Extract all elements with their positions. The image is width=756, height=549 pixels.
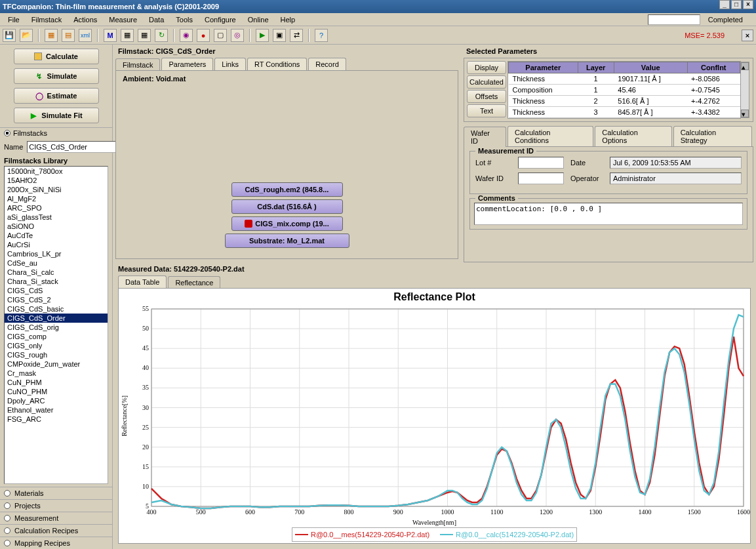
library-item[interactable]: CdSe_au bbox=[5, 258, 108, 268]
menu-measure[interactable]: Measure bbox=[104, 14, 142, 25]
library-item[interactable]: ARC_SPO bbox=[5, 203, 108, 213]
dot-icon[interactable]: ● bbox=[197, 29, 210, 42]
filmstack-tab[interactable]: RT Conditions bbox=[247, 58, 307, 70]
menu-file[interactable]: File bbox=[3, 14, 25, 25]
menu-filmstack[interactable]: Filmstack bbox=[26, 14, 67, 25]
params-scrollbar[interactable]: ▴▾ bbox=[740, 62, 749, 118]
library-item[interactable]: 15000nit_7800ox bbox=[5, 167, 108, 176]
library-item[interactable]: aSi_glassTest bbox=[5, 213, 108, 222]
library-item[interactable]: CMPoxide_2um_water bbox=[5, 359, 108, 369]
selparam-view-button[interactable]: Calculated bbox=[467, 75, 506, 89]
library-item[interactable]: 200Ox_SiN_NiSi bbox=[5, 185, 108, 194]
library-item[interactable]: Cambrios_LK_pr bbox=[5, 249, 108, 258]
save-icon[interactable]: 💾 bbox=[3, 29, 16, 42]
selparam-subtab[interactable]: Wafer ID bbox=[464, 127, 506, 147]
param-row[interactable]: Thickness2516.6[ Å ]+-4.2762 bbox=[509, 96, 740, 107]
svg-text:40: 40 bbox=[142, 364, 149, 371]
menu-actions[interactable]: Actions bbox=[68, 14, 102, 25]
menu-configure[interactable]: Configure bbox=[199, 14, 241, 25]
accordion-item[interactable]: Projects bbox=[0, 499, 112, 512]
selparam-subtab[interactable]: Calculation Conditions bbox=[507, 126, 593, 146]
xml-icon[interactable]: xml bbox=[79, 29, 92, 42]
layer-button[interactable]: CIGS_mix.comp (19... bbox=[231, 216, 343, 231]
tool-icon-2[interactable]: ▤ bbox=[62, 29, 75, 42]
lot-input[interactable] bbox=[518, 157, 564, 169]
filmstack-tab[interactable]: Parameters bbox=[161, 58, 213, 70]
layer-button[interactable]: CdS_rough.em2 (845.8... bbox=[231, 182, 343, 197]
library-item[interactable]: Cr_mask bbox=[5, 369, 108, 378]
layer-button[interactable]: Substrate: Mo_L2.mat bbox=[225, 234, 349, 248]
link-icon[interactable]: ⇄ bbox=[290, 29, 303, 42]
filmstacks-radio[interactable] bbox=[4, 130, 10, 136]
svg-text:5: 5 bbox=[146, 502, 149, 510]
help-icon[interactable]: ? bbox=[315, 29, 328, 42]
window-icon[interactable]: ▣ bbox=[273, 29, 286, 42]
library-item[interactable]: CIGS_only bbox=[5, 341, 108, 350]
tool-icon-1[interactable]: ▦ bbox=[45, 29, 58, 42]
library-item[interactable]: AuCdTe bbox=[5, 231, 108, 240]
square-icon[interactable]: ▢ bbox=[214, 29, 227, 42]
filmstack-tab[interactable]: Filmstack bbox=[115, 58, 160, 71]
selparam-view-button[interactable]: Display bbox=[467, 61, 506, 74]
library-item[interactable]: CIGS_CdS bbox=[5, 286, 108, 295]
library-item[interactable]: Dpoly_ARC bbox=[5, 396, 108, 405]
menu-help[interactable]: Help bbox=[275, 14, 301, 25]
library-item[interactable]: AuCrSi bbox=[5, 240, 108, 249]
menu-tools[interactable]: Tools bbox=[170, 14, 198, 25]
refresh-icon[interactable]: ↻ bbox=[155, 29, 168, 42]
library-item[interactable]: Chara_Si_stack bbox=[5, 277, 108, 286]
library-item[interactable]: CIGS_CdS_2 bbox=[5, 295, 108, 304]
accordion-item[interactable]: Measurement bbox=[0, 512, 112, 524]
param-row[interactable]: Composition145.46+-0.7545 bbox=[509, 85, 740, 96]
run-icon[interactable]: ▶ bbox=[256, 29, 269, 42]
selparam-view-button[interactable]: Offsets bbox=[467, 90, 506, 103]
stack-icon[interactable]: ▦ bbox=[121, 29, 134, 42]
simulate-fit-button[interactable]: ▶Simulate Fit bbox=[14, 108, 99, 123]
open-icon[interactable]: 📂 bbox=[20, 29, 33, 42]
library-item[interactable]: CIGS_CdS_basic bbox=[5, 304, 108, 314]
filmstack-tab[interactable]: Links bbox=[214, 58, 246, 70]
panel-close-icon[interactable]: × bbox=[742, 30, 753, 41]
selparam-subtab[interactable]: Calculation Strategy bbox=[673, 126, 752, 146]
library-item[interactable]: CIGS_comp bbox=[5, 332, 108, 341]
menu-online[interactable]: Online bbox=[243, 14, 274, 25]
measured-tab[interactable]: Data Table bbox=[118, 275, 167, 288]
close-button[interactable]: × bbox=[743, 0, 753, 9]
library-item[interactable]: 15AHfO2 bbox=[5, 176, 108, 185]
library-item[interactable]: CIGS_rough bbox=[5, 350, 108, 359]
library-item[interactable]: CIGS_CdS_Order bbox=[5, 314, 108, 323]
wafer-input[interactable] bbox=[518, 173, 564, 184]
maximize-button[interactable]: □ bbox=[731, 0, 742, 9]
library-item[interactable]: aSiONO bbox=[5, 222, 108, 231]
library-item[interactable]: CIGS_CdS_orig bbox=[5, 323, 108, 332]
param-row[interactable]: Thickness119017.11[ Å ]+-8.0586 bbox=[509, 73, 740, 85]
m-icon[interactable]: M bbox=[104, 29, 117, 42]
library-item[interactable]: CuN_PHM bbox=[5, 378, 108, 387]
menu-data[interactable]: Data bbox=[144, 14, 169, 25]
estimate-button[interactable]: ◯Estimate bbox=[14, 88, 99, 104]
library-item[interactable]: CuNO_PHM bbox=[5, 387, 108, 396]
library-listbox[interactable]: 15000nit_7800ox15AHfO2200Ox_SiN_NiSiAl_M… bbox=[4, 166, 108, 484]
accordion-item[interactable]: Materials bbox=[0, 487, 112, 499]
simulate-button[interactable]: ↯Simulate bbox=[14, 68, 99, 84]
comments-textarea[interactable] bbox=[474, 203, 743, 225]
status-input[interactable] bbox=[648, 14, 700, 25]
accordion-item[interactable]: Mapping Recipes bbox=[0, 537, 112, 549]
name-input[interactable] bbox=[27, 141, 121, 153]
selparam-view-button[interactable]: Text bbox=[467, 104, 506, 117]
grid-icon[interactable]: ▦ bbox=[138, 29, 151, 42]
selparam-subtab[interactable]: Calculation Options bbox=[595, 126, 671, 146]
circle-icon[interactable]: ◉ bbox=[180, 29, 193, 42]
measured-tab[interactable]: Reflectance bbox=[168, 276, 220, 289]
layer-button[interactable]: CdS.dat (516.6Å ) bbox=[231, 199, 343, 214]
target-icon[interactable]: ◎ bbox=[231, 29, 244, 42]
library-item[interactable]: Al_MgF2 bbox=[5, 194, 108, 203]
minimize-button[interactable]: _ bbox=[719, 0, 730, 9]
library-item[interactable]: Chara_Si_calc bbox=[5, 268, 108, 277]
calculate-button[interactable]: Calculate bbox=[14, 49, 99, 64]
filmstack-tab[interactable]: Record bbox=[308, 58, 346, 70]
param-row[interactable]: Thickness3845.87[ Å ]+-3.4382 bbox=[509, 107, 740, 118]
library-item[interactable]: FSG_ARC bbox=[5, 415, 108, 424]
accordion-item[interactable]: Calculation Recipes bbox=[0, 524, 112, 537]
library-item[interactable]: Ethanol_water bbox=[5, 405, 108, 415]
